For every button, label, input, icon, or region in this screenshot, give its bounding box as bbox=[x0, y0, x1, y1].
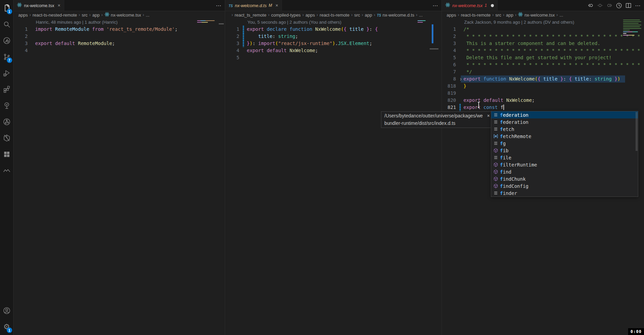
symbol-cube-icon bbox=[491, 162, 500, 167]
code-editor[interactable]: You, 5 seconds ago | 2 authors (You and … bbox=[225, 19, 442, 335]
suggest-scrollbar[interactable] bbox=[636, 112, 638, 151]
tab-label: nx-welcome.tsx bbox=[452, 3, 483, 8]
suggest-item-federation[interactable]: federation bbox=[491, 111, 638, 118]
suggest-item-fetchRemote[interactable]: fetchRemote bbox=[491, 133, 638, 140]
breadcrumb-item-...[interactable]: ... bbox=[146, 13, 149, 18]
breadcrumb-item-...[interactable]: ... bbox=[559, 13, 563, 18]
breadcrumb-item-nx-welcome.tsx[interactable]: nx-welcome.tsx bbox=[518, 12, 555, 18]
suggest-item-filterRuntime[interactable]: filterRuntime bbox=[491, 161, 638, 168]
activity-item-git-graph[interactable] bbox=[0, 114, 14, 130]
dirty-indicator-dot[interactable] bbox=[491, 4, 494, 7]
minimap[interactable] bbox=[197, 19, 217, 24]
activity-item-grid[interactable] bbox=[0, 146, 14, 162]
symbol-cube-icon bbox=[491, 148, 500, 153]
symbol-cube-icon bbox=[491, 183, 500, 188]
breadcrumb-item-react-ts-nested-remote[interactable]: react-ts-nested-remote bbox=[32, 13, 77, 18]
minimap-slider-edge bbox=[430, 48, 438, 49]
breadcrumb-item-src[interactable]: src bbox=[82, 13, 88, 18]
minimap[interactable] bbox=[623, 19, 642, 37]
ts-file-icon: TS bbox=[377, 13, 381, 18]
activity-item-settings-gear[interactable]: ⚙1 bbox=[0, 319, 14, 335]
tab-nx-welcome.tsx[interactable]: nx-welcome.tsx× bbox=[14, 0, 64, 11]
tab-label: nx-welcome.d.ts bbox=[235, 3, 267, 8]
breadcrumb: ›react_ts_remote›compiled-types›apps›rea… bbox=[225, 11, 442, 19]
tab-nx-welcome.d.ts[interactable]: TSnx-welcome.d.tsM× bbox=[225, 0, 282, 11]
line-number: 819 bbox=[442, 90, 459, 97]
more-icon[interactable]: ⋯ bbox=[432, 2, 439, 9]
activity-item-hexagon[interactable] bbox=[0, 130, 14, 146]
change-icon[interactable] bbox=[597, 2, 603, 9]
prev-change-icon[interactable] bbox=[587, 2, 594, 9]
recording-timer-badge: 0:00 bbox=[628, 328, 644, 335]
suggest-item-file[interactable]: file bbox=[491, 154, 638, 161]
activity-item-history-search[interactable] bbox=[0, 32, 14, 49]
extensions-icon bbox=[3, 85, 11, 93]
breadcrumb-item-apps[interactable]: apps bbox=[305, 13, 315, 18]
minimap[interactable] bbox=[418, 19, 426, 24]
breadcrumb-separator: › bbox=[492, 13, 494, 17]
line-number: 3 bbox=[442, 40, 459, 47]
breadcrumb-item-app[interactable]: app bbox=[506, 13, 514, 18]
line-number: 2 bbox=[14, 33, 31, 40]
suggest-item-fg[interactable]: fg bbox=[491, 140, 638, 147]
suggest-label: file bbox=[500, 155, 511, 160]
suggest-item-find[interactable]: find bbox=[491, 168, 638, 175]
tab-close-icon[interactable]: × bbox=[276, 3, 278, 8]
split-editor-icon[interactable] bbox=[625, 2, 632, 9]
breadcrumb-item-app[interactable]: app bbox=[365, 13, 372, 18]
activity-item-test-tree[interactable] bbox=[0, 97, 14, 114]
suggest-item-finder[interactable]: finder bbox=[491, 189, 638, 197]
suggest-item-fetch[interactable]: fetch bbox=[491, 126, 638, 133]
more-icon[interactable]: ⋯ bbox=[635, 2, 641, 9]
breadcrumb-separator: › bbox=[29, 13, 31, 17]
tab-close-icon[interactable]: × bbox=[58, 3, 61, 8]
code-line-4: 4 * * * * * * * * * * * * * * * * * * * … bbox=[442, 47, 644, 54]
activity-item-search[interactable] bbox=[0, 16, 14, 32]
breadcrumb-item-apps[interactable]: apps bbox=[18, 13, 28, 18]
grid-icon bbox=[3, 151, 10, 158]
suggest-label: fetchRemote bbox=[500, 134, 531, 139]
activity-item-explorer[interactable]: 1 bbox=[0, 0, 14, 16]
symbol-text-icon bbox=[491, 119, 500, 125]
suggest-label: findConfig bbox=[500, 183, 528, 189]
activity-item-extensions[interactable] bbox=[0, 81, 14, 97]
line-number: 7 bbox=[442, 68, 459, 75]
text-cursor bbox=[503, 105, 504, 110]
suggest-item-fib[interactable]: fib bbox=[491, 147, 638, 154]
activity-item-source-control[interactable]: 7 bbox=[0, 49, 14, 65]
more-icon[interactable]: ⋯ bbox=[215, 2, 222, 9]
tooltip-close-icon[interactable]: × bbox=[487, 112, 490, 119]
code-line-2: 2 * * * * * * * * * * * * * * * * * * * … bbox=[442, 33, 644, 40]
breadcrumb-item-react-ts-remote[interactable]: react-ts-remote bbox=[320, 13, 350, 18]
suggest-item-federation[interactable]: federation bbox=[491, 118, 638, 126]
suggest-item-findConfig[interactable]: findConfig bbox=[491, 182, 638, 189]
code-line-1: 1/* bbox=[442, 26, 644, 33]
code-line-3: 3export default RemoteModule; bbox=[14, 40, 225, 47]
timeline-icon[interactable] bbox=[616, 2, 622, 9]
breadcrumb-item-react_ts_remote[interactable]: react_ts_remote bbox=[235, 13, 266, 18]
activity-item-wave[interactable] bbox=[0, 162, 14, 179]
breadcrumb-item-nx-welcome.tsx[interactable]: nx-welcome.tsx bbox=[104, 12, 141, 18]
breadcrumb-item-app[interactable]: app bbox=[92, 13, 100, 18]
line-number: 821 bbox=[442, 104, 459, 111]
next-change-icon[interactable] bbox=[606, 2, 613, 9]
breadcrumb-item-src[interactable]: src bbox=[495, 13, 501, 18]
definition-path-tooltip: /Users/bytedance/outter/universe/package… bbox=[381, 111, 493, 128]
fold-chevron-icon[interactable]: ❯ bbox=[460, 75, 463, 83]
git-blame-annotation: Hanric, 48 minutes ago | 1 author (Hanri… bbox=[14, 19, 225, 26]
symbol-text-icon bbox=[491, 155, 500, 160]
breadcrumb-item-src[interactable]: src bbox=[354, 13, 360, 18]
activity-item-account[interactable] bbox=[0, 303, 14, 319]
breadcrumb-item-nx-welcome.d.ts[interactable]: TSnx-welcome.d.ts bbox=[377, 13, 414, 18]
tab-nx-welcome.tsx[interactable]: nx-welcome.tsx1 bbox=[442, 0, 498, 11]
breadcrumb-item-...[interactable]: ... bbox=[419, 13, 423, 18]
activity-item-run-debug[interactable] bbox=[0, 65, 14, 81]
breadcrumb-item-compiled-types[interactable]: compiled-types bbox=[271, 13, 301, 18]
line-number: 4 bbox=[14, 47, 31, 54]
code-editor[interactable]: Hanric, 48 minutes ago | 1 author (Hanri… bbox=[14, 19, 225, 335]
line-number: 4 bbox=[442, 47, 459, 54]
suggest-item-findChunk[interactable]: findChunk bbox=[491, 175, 638, 182]
breadcrumb-item-react-ts-remote[interactable]: react-ts-remote bbox=[461, 13, 491, 18]
breadcrumb-item-apps[interactable]: apps bbox=[447, 13, 456, 18]
ts-file-icon: TS bbox=[229, 3, 233, 8]
